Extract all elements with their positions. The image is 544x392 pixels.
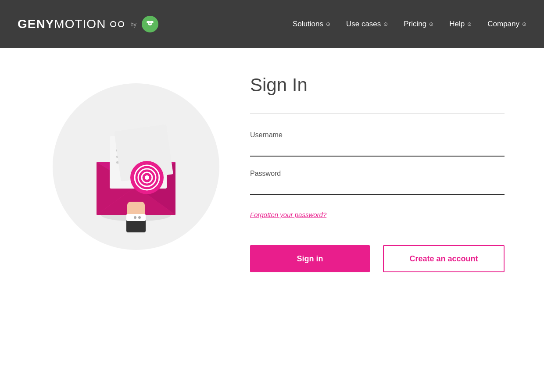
logo-area: GENYMOTION by: [18, 16, 158, 32]
password-group: Password: [250, 170, 505, 195]
solutions-chevron-icon: ⊙: [326, 21, 330, 27]
use-cases-chevron-icon: ⊙: [383, 21, 388, 27]
password-label: Password: [250, 170, 505, 178]
envelope-illustration: [70, 101, 202, 232]
logo-circle-2: [118, 21, 124, 27]
nav-help-label: Help: [449, 20, 465, 29]
nav-links: Solutions ⊙ Use cases ⊙ Pricing ⊙ Help ⊙…: [293, 20, 526, 29]
illustration-area: [39, 83, 233, 250]
illustration-circle: [53, 83, 219, 250]
pricing-chevron-icon: ⊙: [429, 21, 433, 27]
svg-point-23: [145, 175, 149, 180]
svg-point-28: [138, 216, 141, 219]
nav-item-use-cases[interactable]: Use cases ⊙: [346, 20, 388, 29]
logo-thin: MOTION: [54, 17, 106, 31]
svg-rect-25: [126, 219, 146, 232]
company-chevron-icon: ⊙: [522, 21, 526, 27]
forgot-password-link[interactable]: Forgotten your password?: [250, 211, 326, 218]
buttons-row: Sign in Create an account: [250, 245, 505, 272]
nav-item-solutions[interactable]: Solutions ⊙: [293, 20, 330, 29]
signin-button[interactable]: Sign in: [250, 245, 370, 272]
svg-point-27: [134, 216, 136, 219]
nav-pricing-label: Pricing: [404, 20, 426, 29]
nav-item-pricing[interactable]: Pricing ⊙: [404, 20, 433, 29]
help-chevron-icon: ⊙: [467, 21, 472, 27]
nav-item-help[interactable]: Help ⊙: [449, 20, 472, 29]
username-group: Username: [250, 131, 505, 157]
svg-point-4: [150, 23, 151, 24]
bull-svg: [145, 19, 155, 29]
form-area: Sign In Username Password Forgotten your…: [233, 75, 505, 272]
username-input[interactable]: [250, 143, 505, 157]
svg-point-3: [149, 23, 150, 24]
top-divider: [250, 113, 505, 114]
logo-circles: [110, 21, 124, 27]
nav-company-label: Company: [487, 20, 519, 29]
nav-use-cases-label: Use cases: [346, 20, 381, 29]
logo-circle-1: [110, 21, 116, 27]
main-content: Sign In Username Password Forgotten your…: [0, 48, 544, 299]
by-label: by: [130, 21, 136, 28]
nav-solutions-label: Solutions: [293, 20, 323, 29]
create-account-button[interactable]: Create an account: [383, 245, 505, 272]
logo-text: GENYMOTION: [18, 17, 106, 31]
page-title: Sign In: [250, 75, 505, 96]
password-input[interactable]: [250, 181, 505, 195]
bull-logo-icon: [142, 16, 158, 32]
username-label: Username: [250, 131, 505, 139]
navbar: GENYMOTION by Solutions ⊙ Use cases ⊙: [0, 0, 544, 48]
nav-item-company[interactable]: Company ⊙: [487, 20, 526, 29]
logo-bold: GENY: [18, 17, 54, 31]
